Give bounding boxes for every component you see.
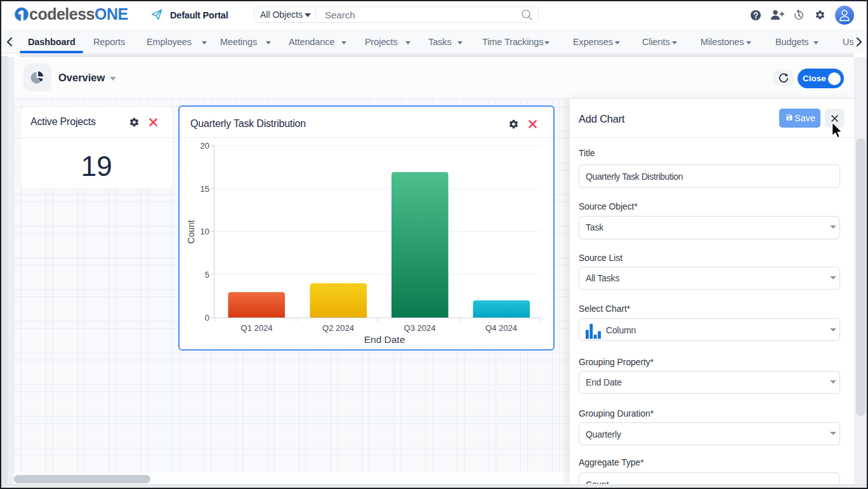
svg-text:5: 5 [205, 269, 209, 279]
svg-text:Q2 2024: Q2 2024 [322, 323, 354, 332]
svg-text:20: 20 [201, 141, 209, 151]
svg-text:10: 10 [201, 227, 209, 236]
svg-text:Q3 2024: Q3 2024 [404, 323, 436, 332]
svg-text:15: 15 [201, 184, 209, 193]
svg-text:Q1 2024: Q1 2024 [241, 323, 273, 332]
svg-text:End Date: End Date [364, 334, 405, 345]
svg-text:Count: Count [186, 220, 196, 243]
svg-text:0: 0 [205, 313, 209, 323]
svg-text:Q4 2024: Q4 2024 [485, 323, 517, 332]
